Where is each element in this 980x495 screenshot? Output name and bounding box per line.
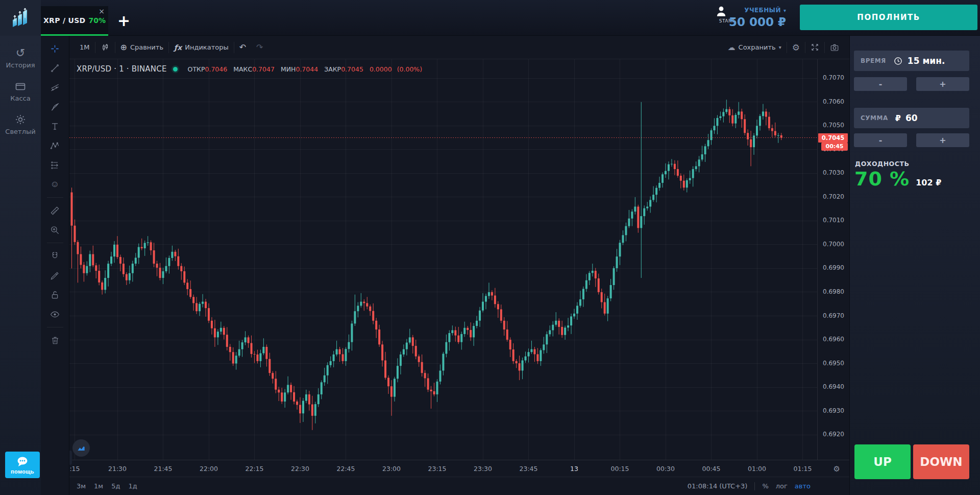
mountain-chart-icon [76, 443, 86, 453]
close-label: ЗАКР [324, 65, 341, 73]
fib-tool-button[interactable] [41, 78, 69, 97]
help-button[interactable]: помощь [5, 452, 40, 478]
brush-icon [50, 102, 60, 112]
time-label: ВРЕМЯ [861, 57, 886, 64]
price-tick: 0.7070 [823, 74, 844, 81]
sidebar-item-theme-light[interactable]: Светлый [0, 113, 41, 135]
amount-plus-button[interactable]: + [916, 133, 969, 147]
measure-tool-button[interactable] [41, 201, 69, 220]
lock-drawings-button[interactable] [41, 285, 69, 304]
chart-watermark-logo[interactable] [72, 439, 90, 457]
account-selector[interactable]: УЧЕБНЫЙ ▾ 50 000 ₽ [719, 5, 786, 29]
price-tick: 0.6980 [823, 288, 844, 295]
market-status-dot [173, 67, 178, 72]
change-value: 0.0000 [370, 65, 392, 73]
redo-icon: ↷ [256, 42, 263, 52]
asset-tab[interactable]: XRP / USD 70% × [41, 6, 108, 36]
amount-minus-button[interactable]: - [854, 133, 907, 147]
log-scale-button[interactable]: лог [776, 482, 788, 490]
text-tool-button[interactable] [41, 116, 69, 136]
sidebar-item-cashier[interactable]: Касса [0, 80, 41, 102]
range-3m-button[interactable]: 3м [77, 482, 86, 490]
time-tick: 22:45 [328, 465, 364, 473]
clock-utc[interactable]: 01:08:14 (UTC+3) [688, 482, 748, 490]
magnifier-plus-icon [50, 225, 60, 235]
up-button[interactable]: UP [854, 444, 911, 479]
interval-button[interactable]: 1M [75, 40, 95, 55]
compare-button[interactable]: ⊕ Сравнить [115, 40, 169, 55]
trash-icon [51, 336, 60, 345]
emoji-icon: ☺ [51, 179, 59, 190]
forecast-tool-button[interactable] [41, 155, 69, 175]
down-button[interactable]: DOWN [913, 444, 969, 479]
cloud-icon: ☁ [728, 43, 736, 52]
price-tick: 0.7060 [823, 98, 844, 105]
zoom-in-tool-button[interactable] [41, 220, 69, 240]
emoji-tool-button[interactable]: ☺ [41, 175, 69, 194]
undo-button[interactable]: ↶ [234, 40, 251, 55]
payout-label: ДОХОДНОСТЬ [855, 160, 909, 168]
redo-button[interactable]: ↷ [251, 40, 268, 55]
legend-ohlc: ОТКР0.7046 МАКС0.7047 МИН0.7044 ЗАКР0.70… [184, 65, 423, 73]
indicators-button[interactable]: ƒx Индикаторы [169, 40, 234, 55]
time-tick: :15 [69, 465, 92, 473]
projection-icon [50, 160, 60, 170]
range-1d-button[interactable]: 1д [128, 482, 137, 490]
fullscreen-button[interactable] [805, 40, 824, 55]
range-5d-button[interactable]: 5д [111, 482, 120, 490]
deposit-button[interactable]: ПОПОЛНИТЬ [800, 5, 977, 30]
legend-symbol[interactable]: XRP/USD · 1 · BINANCE [77, 64, 167, 74]
eye-icon [50, 310, 60, 319]
pencil-icon [50, 271, 60, 280]
chart-settings-button[interactable]: ⚙ [787, 40, 805, 55]
interval-label: 1M [80, 43, 90, 51]
save-layout-button[interactable]: ☁ Сохранить ▾ [723, 40, 787, 55]
low-value: 0.7044 [296, 65, 318, 73]
range-1m-button[interactable]: 1м [94, 482, 103, 490]
time-steppers: - + [854, 77, 969, 91]
price-tick: 0.7000 [823, 241, 844, 248]
magnet-tool-button[interactable] [41, 246, 69, 266]
hide-drawings-button[interactable] [41, 304, 69, 324]
text-icon [50, 122, 60, 131]
time-plus-button[interactable]: + [916, 77, 969, 91]
top-bar: XRP / USD 70% × + START УЧЕБНЫЙ ▾ 50 000… [0, 0, 980, 36]
tab-close-icon[interactable]: × [99, 8, 105, 15]
auto-scale-button[interactable]: авто [795, 482, 811, 490]
brush-tool-button[interactable] [41, 97, 69, 116]
draw-mode-button[interactable] [41, 266, 69, 285]
add-tab-button[interactable]: + [117, 13, 130, 29]
time-axis[interactable]: ⚙ :1521:3021:4522:0022:1522:3022:4523:00… [69, 460, 849, 477]
indicators-fx-icon: ƒx [174, 43, 182, 52]
pattern-tool-button[interactable] [41, 136, 69, 155]
crosshair-tool-button[interactable] [41, 39, 69, 58]
time-input[interactable]: ВРЕМЯ 15 мин. [854, 51, 969, 71]
sidebar-item-history[interactable]: ↺ История [0, 47, 41, 69]
time-minus-button[interactable]: - [854, 77, 907, 91]
chart-legend: XRP/USD · 1 · BINANCE ОТКР0.7046 МАКС0.7… [77, 64, 422, 74]
lock-open-icon [50, 290, 60, 300]
axis-settings-gear-icon[interactable]: ⚙ [834, 464, 840, 474]
price-tick: 0.6940 [823, 383, 844, 390]
remove-drawings-button[interactable] [41, 331, 69, 350]
trend-line-tool-button[interactable] [41, 58, 69, 78]
chart-plot-area[interactable]: XRP/USD · 1 · BINANCE ОТКР0.7046 МАКС0.7… [69, 59, 849, 495]
indicators-label: Индикаторы [185, 43, 229, 51]
camera-icon [830, 43, 839, 52]
chart-style-button[interactable] [95, 40, 115, 55]
price-tick: 0.6990 [823, 264, 844, 271]
screenshot-button[interactable] [825, 40, 844, 55]
price-axis[interactable]: 0.7045 00:45 0.70700.70600.70500.70400.7… [817, 59, 849, 460]
time-tick: 13 [556, 465, 592, 473]
candlestick-plot[interactable] [69, 59, 817, 460]
trade-panel: ВРЕМЯ 15 мин. - + СУММА ₽ 60 - + ДОХОДНО… [849, 36, 980, 495]
gear-icon: ⚙ [792, 42, 800, 53]
sidebar-item-label: История [6, 61, 35, 69]
amount-input[interactable]: СУММА ₽ 60 [854, 108, 969, 128]
drawing-toolbar: ☺ [41, 36, 69, 495]
app-logo[interactable] [0, 0, 41, 36]
chart-toolbar: 1M ⊕ Сравнить ƒx Индикаторы ↶ ↷ ☁ С [69, 36, 849, 59]
chart-region: 1M ⊕ Сравнить ƒx Индикаторы ↶ ↷ ☁ С [69, 36, 849, 495]
magnet-icon [50, 251, 60, 261]
percent-scale-button[interactable]: % [762, 482, 768, 490]
